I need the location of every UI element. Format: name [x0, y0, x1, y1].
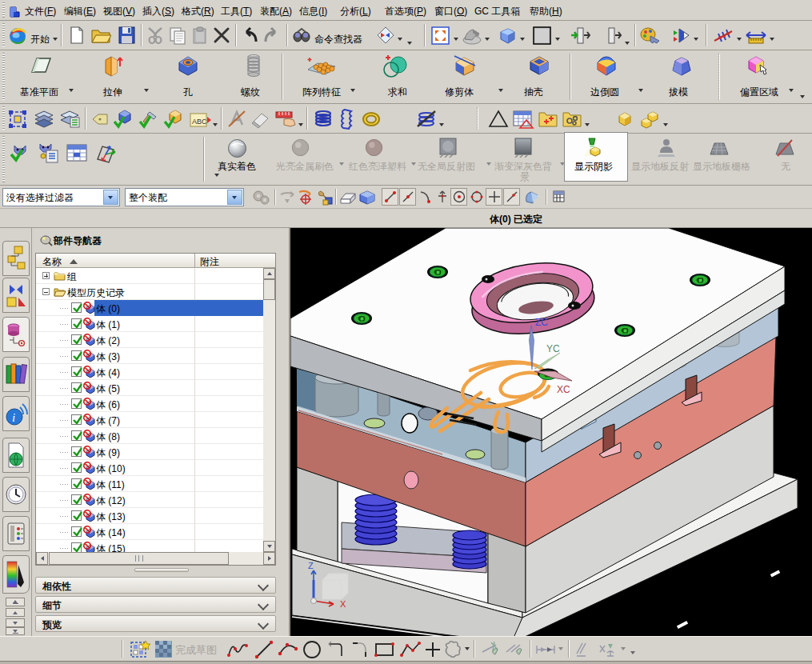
svg-text:XC: XC	[557, 384, 570, 395]
svg-text:X: X	[340, 599, 346, 609]
svg-text:Z: Z	[308, 561, 314, 570]
svg-text:i: i	[12, 411, 15, 424]
svg-text:ABC: ABC	[192, 118, 207, 126]
svg-text:ZC: ZC	[535, 317, 548, 328]
svg-text:YC: YC	[546, 343, 560, 354]
